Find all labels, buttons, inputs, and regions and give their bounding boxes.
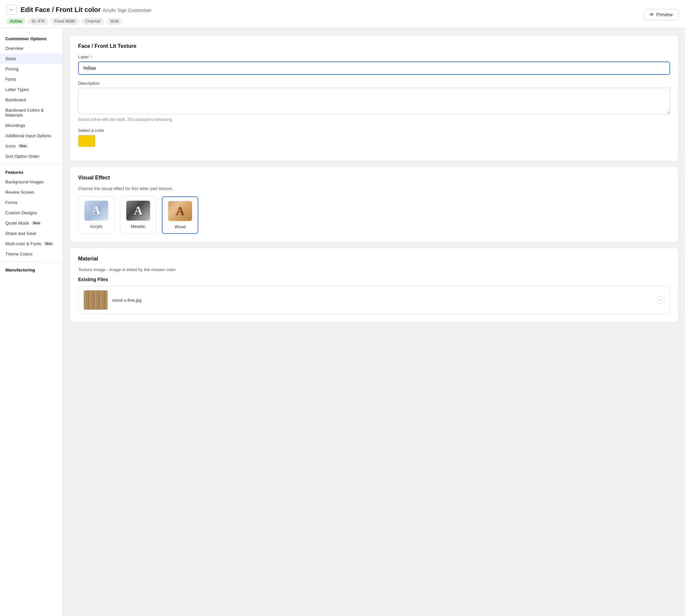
effect-options: A Acrylic A Metallic <box>78 196 670 234</box>
wood-icon: A <box>168 201 192 221</box>
sidebar-item-label: Quote Mode <box>5 221 29 226</box>
label-form-group: Label * <box>78 54 670 75</box>
visual-effect-title: Visual Effect <box>78 175 670 181</box>
sidebar-item-theme-colors[interactable]: Theme Colors <box>0 249 63 259</box>
fixed-width-badge: Fixed Width <box>51 18 79 25</box>
quote-mode-new-badge: New <box>31 221 42 225</box>
sidebar-item-label: Theme Colors <box>5 251 32 257</box>
sidebar-item-backboard[interactable]: Backboard <box>0 95 63 105</box>
page-title: Edit Face / Front Lit color Acrylic Sign… <box>21 6 152 14</box>
sidebar-item-share-save[interactable]: Share and Save <box>0 228 63 239</box>
sidebar-customiser-title: Customiser Options <box>0 34 63 43</box>
effect-acrylic[interactable]: A Acrylic <box>78 196 115 234</box>
color-form-group: Select a color <box>78 128 670 147</box>
sidebar-item-label: Multi-color & Fonts <box>5 241 41 246</box>
sidebar-item-label: Forms <box>5 200 18 205</box>
effect-metallic[interactable]: A Metallic <box>120 196 156 234</box>
face-texture-card: Face / Front Lit Texture Label * Descrip… <box>70 35 678 161</box>
metallic-icon: A <box>126 201 150 221</box>
sidebar-item-multicolor-fonts[interactable]: Multi-color & Fonts New <box>0 239 63 249</box>
description-field-label: Description <box>78 81 670 86</box>
sidebar-item-mountings[interactable]: Mountings <box>0 120 63 131</box>
acrylic-bg: A <box>84 201 108 221</box>
header: ← Edit Face / Front Lit color Acrylic Si… <box>0 0 685 28</box>
metallic-bg: A <box>126 201 150 221</box>
sidebar-features-title: Features <box>0 167 63 177</box>
sidebar-manufacturing-title: Manufacturing <box>0 265 63 274</box>
sidebar-item-label: Share and Save <box>5 231 36 236</box>
description-textarea[interactable] <box>78 88 670 114</box>
page-title-text: Edit Face / Front Lit color <box>21 6 101 13</box>
icons-new-badge: New <box>18 144 28 148</box>
file-item: wood-x-fine.jpg − <box>78 286 670 314</box>
visual-effect-desc: Choose the visual effect for this letter… <box>78 186 670 191</box>
sidebar-item-label: Backboard <box>5 97 26 102</box>
sidebar-item-label: Backboard Colors & Materials <box>5 108 58 118</box>
wood-thumbnail-image <box>84 290 108 310</box>
sidebar-item-icons[interactable]: Icons New <box>0 141 63 151</box>
sidebar-item-label: Letter Types <box>5 87 29 92</box>
sidebar-item-additional-input[interactable]: Additional Input Options <box>0 131 63 141</box>
sidebar-item-pricing[interactable]: Pricing <box>0 64 63 74</box>
acrylic-label: Acrylic <box>90 224 103 229</box>
material-card: Material Texture Image - image is tinted… <box>70 247 678 322</box>
effect-wood[interactable]: A Wood <box>162 196 198 234</box>
sidebar: Customiser Options Overview Sizes Pricin… <box>0 28 63 616</box>
multi-badge: Multi <box>107 18 122 25</box>
material-desc: Texture Image - image is tinted by the c… <box>78 267 670 272</box>
sidebar-item-overview[interactable]: Overview <box>0 43 63 53</box>
remove-file-button[interactable]: − <box>657 296 664 304</box>
sidebar-item-forms[interactable]: Forms <box>0 197 63 208</box>
sidebar-divider-2 <box>0 262 63 262</box>
main-layout: Customiser Options Overview Sizes Pricin… <box>0 28 685 616</box>
wood-letter: A <box>176 204 184 218</box>
metallic-label: Metallic <box>131 224 146 229</box>
sidebar-item-label: Pricing <box>5 66 19 71</box>
sidebar-item-label: Background Images <box>5 179 44 184</box>
acrylic-letter: A <box>92 204 101 218</box>
preview-button[interactable]: 👁 Preview <box>644 9 678 20</box>
content-area: Face / Front Lit Texture Label * Descrip… <box>63 28 685 616</box>
sidebar-item-label: Review Screen <box>5 190 34 195</box>
sidebar-item-label: Sort Option Order <box>5 154 40 159</box>
sidebar-divider-1 <box>0 164 63 164</box>
back-button[interactable]: ← <box>7 5 17 15</box>
active-badge: Active <box>7 18 25 24</box>
file-thumbnail <box>84 290 108 310</box>
sidebar-item-label: Additional Input Options <box>5 133 51 138</box>
eye-icon: 👁 <box>649 12 654 17</box>
color-swatch[interactable] <box>78 135 95 147</box>
sidebar-item-letter-types[interactable]: Letter Types <box>0 84 63 95</box>
sidebar-item-label: Fonts <box>5 77 16 82</box>
sidebar-item-review-screen[interactable]: Review Screen <box>0 187 63 197</box>
material-title: Material <box>78 256 670 262</box>
multicolor-new-badge: New <box>43 242 54 246</box>
metallic-letter: A <box>134 204 142 218</box>
wood-bg: A <box>168 201 192 221</box>
sidebar-item-custom-designs[interactable]: Custom Designs <box>0 208 63 218</box>
label-input[interactable] <box>78 62 670 75</box>
preview-label: Preview <box>656 12 673 17</box>
sidebar-item-quote-mode[interactable]: Quote Mode New <box>0 218 63 228</box>
channel-badge: Channel <box>82 18 104 25</box>
sidebar-item-label: Overview <box>5 46 23 51</box>
acrylic-icon: A <box>84 201 108 221</box>
minus-circle-icon: − <box>659 297 662 303</box>
page-subtitle: Acrylic Sign Customiser <box>103 8 152 13</box>
required-star: * <box>90 54 92 60</box>
header-tags: Active ID: 878 Fixed Width Channel Multi <box>7 18 152 25</box>
description-hint: Shows inline with the label. 255 charact… <box>78 117 670 122</box>
sidebar-item-sizes[interactable]: Sizes <box>0 53 63 64</box>
existing-files-title: Existing Files <box>78 277 670 282</box>
description-form-group: Description Shows inline with the label.… <box>78 81 670 122</box>
sidebar-item-label: Mountings <box>5 123 25 128</box>
sidebar-item-fonts[interactable]: Fonts <box>0 74 63 84</box>
sidebar-item-label: Sizes <box>5 56 16 61</box>
sidebar-item-sort-order[interactable]: Sort Option Order <box>0 151 63 161</box>
sidebar-item-background-images[interactable]: Background Images <box>0 177 63 187</box>
sidebar-item-backboard-colors[interactable]: Backboard Colors & Materials <box>0 105 63 120</box>
back-icon: ← <box>9 7 14 13</box>
sidebar-item-label: Icons <box>5 144 16 149</box>
visual-effect-card: Visual Effect Choose the visual effect f… <box>70 167 678 242</box>
id-badge: ID: 878 <box>28 18 48 25</box>
